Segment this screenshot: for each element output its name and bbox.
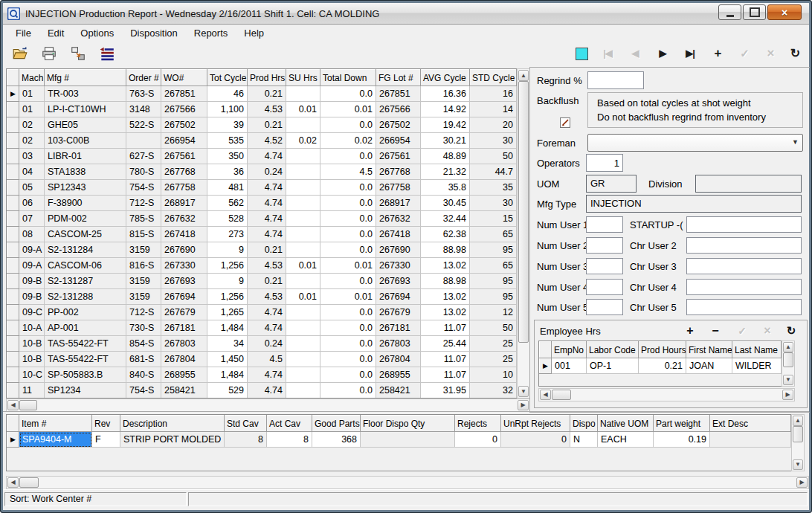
first-record-button[interactable]: |◀ (598, 46, 617, 61)
cell[interactable]: PDM-002 (45, 211, 126, 227)
operators-input[interactable] (586, 154, 623, 172)
cell[interactable]: 4.53 (248, 258, 286, 274)
scroll-down-icon[interactable]: ▼ (793, 459, 803, 470)
cell[interactable]: 35 (470, 180, 517, 196)
cell[interactable]: 0.01 (286, 102, 320, 117)
cell[interactable]: 1,100 (207, 102, 248, 117)
post-employee-button[interactable]: ✓ (733, 324, 751, 338)
cell[interactable]: CASCOM-06 (45, 258, 126, 274)
cell[interactable]: 0.21 (248, 274, 286, 289)
cell[interactable]: 48.89 (421, 149, 470, 164)
cell[interactable]: 840-S (126, 367, 161, 383)
cell[interactable]: 32 (470, 383, 517, 399)
cell[interactable]: 0.21 (639, 358, 686, 374)
cell[interactable]: 20 (470, 117, 517, 133)
next-record-button[interactable]: ▶ (653, 46, 672, 61)
column-header[interactable]: WO# (161, 70, 207, 86)
cell[interactable]: S2-131288 (45, 289, 126, 305)
cell[interactable]: 14.92 (421, 102, 470, 117)
cell[interactable]: 815-S (126, 227, 161, 242)
cell[interactable]: 266954 (376, 133, 421, 149)
cell[interactable]: LIBR-01 (45, 149, 126, 164)
chr-user-3-input[interactable] (686, 258, 802, 274)
num-user-4-input[interactable] (586, 279, 623, 295)
cell[interactable]: 46 (207, 86, 248, 102)
cell[interactable] (286, 274, 320, 289)
cell[interactable]: GHE05 (45, 117, 126, 133)
cell[interactable]: 1,450 (207, 352, 248, 367)
cell[interactable] (286, 180, 320, 196)
open-folder-icon[interactable] (10, 44, 30, 63)
employee-grid[interactable]: EmpNoLabor CodeProd HoursFirst NameLast … (539, 341, 782, 374)
backflush-note-icon[interactable] (559, 117, 571, 129)
cell[interactable]: 65 (470, 258, 517, 274)
hscroll-thumb[interactable] (19, 477, 39, 488)
cell[interactable]: 4.74 (248, 180, 286, 196)
column-header[interactable]: Ext Desc (710, 416, 791, 432)
cell[interactable]: SP-505883.B (45, 367, 126, 383)
cell[interactable]: 267502 (376, 117, 421, 133)
cell[interactable]: 754-S (126, 383, 161, 399)
cell[interactable]: 4.5 (248, 352, 286, 367)
cell[interactable]: 35.8 (421, 180, 470, 196)
cell[interactable]: 0.21 (248, 117, 286, 133)
cell[interactable]: 0.01 (320, 258, 376, 274)
title-bar[interactable]: INJECTION Production Report - Wednesday … (3, 3, 809, 25)
cell[interactable]: 267804 (376, 352, 421, 367)
cell[interactable]: 0.01 (320, 102, 376, 117)
cell[interactable]: 528 (207, 211, 248, 227)
scroll-down-icon[interactable]: ▼ (783, 375, 793, 385)
column-header[interactable]: EmpNo (552, 342, 587, 358)
menu-edit[interactable]: Edit (39, 25, 72, 41)
cell[interactable]: 3148 (126, 102, 161, 117)
cell[interactable]: 267768 (376, 164, 421, 180)
table-row[interactable]: 08CASCOM-25815-S2674182734.740.026741862… (7, 227, 517, 242)
cell[interactable]: 0 (455, 432, 501, 448)
cell[interactable]: 0.24 (248, 336, 286, 352)
cell[interactable]: 8 (267, 432, 312, 448)
cell[interactable]: 267330 (376, 258, 421, 274)
cell[interactable]: 08 (19, 227, 45, 242)
cell[interactable]: 0.01 (286, 258, 320, 274)
cell[interactable]: 09-B (19, 289, 45, 305)
column-header[interactable]: Order # (126, 70, 161, 86)
cell[interactable]: 3159 (126, 289, 161, 305)
chr-user-4-input[interactable] (686, 279, 802, 295)
cell[interactable]: 01 (19, 102, 45, 117)
cell[interactable]: 267690 (161, 242, 207, 258)
cell[interactable]: 4.74 (248, 305, 286, 320)
cell[interactable]: 1,256 (207, 289, 248, 305)
cell[interactable]: S2-131287 (45, 274, 126, 289)
table-row[interactable]: 07PDM-002785-S2676325284.740.026763232.4… (7, 211, 517, 227)
cell[interactable]: 10-B (19, 352, 45, 367)
cell[interactable]: 816-S (126, 258, 161, 274)
table-row[interactable]: 10-BTAS-55422-FT854-S267803340.240.02678… (7, 336, 517, 352)
cell[interactable]: JOAN (686, 358, 732, 374)
scroll-up-icon[interactable]: ▲ (518, 70, 529, 81)
cell[interactable]: 0.0 (320, 352, 376, 367)
table-row[interactable]: 05SP12343754-S2677584814.740.026775835.8… (7, 180, 517, 196)
cell[interactable] (286, 196, 320, 211)
cell[interactable]: 268955 (376, 367, 421, 383)
cell[interactable]: 25 (470, 336, 517, 352)
record-list-icon[interactable] (97, 44, 117, 63)
cell[interactable]: STA1838 (45, 164, 126, 180)
vscroll-thumb[interactable] (518, 81, 529, 343)
num-user-5-input[interactable] (586, 299, 623, 315)
cell[interactable]: SPA9404-M (19, 432, 92, 448)
cell[interactable]: 267418 (161, 227, 207, 242)
column-header[interactable]: UnRpt Rejects (501, 416, 570, 432)
cell[interactable]: 267561 (376, 149, 421, 164)
cell[interactable]: 50 (470, 320, 517, 336)
cell[interactable]: SP12343 (45, 180, 126, 196)
table-row[interactable]: 09-BS2-13128831592676941,2564.530.010.01… (7, 289, 517, 305)
cell[interactable]: 103-C00B (45, 133, 126, 149)
cell[interactable]: 0.01 (320, 289, 376, 305)
cell[interactable]: 268955 (161, 367, 207, 383)
cell[interactable]: 267758 (376, 180, 421, 196)
column-header[interactable]: STD Cycle (470, 70, 517, 86)
cell[interactable]: 627-S (126, 149, 161, 164)
cell[interactable]: 267181 (376, 320, 421, 336)
cell[interactable] (361, 432, 455, 448)
cell[interactable]: 0.0 (320, 383, 376, 399)
